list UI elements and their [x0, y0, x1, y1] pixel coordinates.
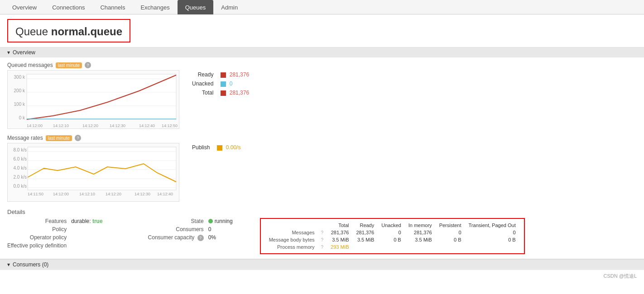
legend-row-publish: Publish 0.00/s [188, 143, 244, 152]
legend-publish-value: 0.00/s [226, 144, 241, 151]
stats-box: Total Ready Unacked In memory Persistent… [260, 218, 525, 254]
svg-text:14:11:50: 14:11:50 [28, 192, 43, 196]
legend-row-ready: Ready 281,376 [188, 70, 253, 79]
svg-text:14:12:40: 14:12:40 [157, 192, 173, 196]
overview-chevron-icon: ▾ [7, 49, 10, 56]
legend-row-total: Total 281,376 [188, 88, 253, 97]
svg-text:0.0 k/s: 0.0 k/s [14, 184, 27, 189]
page-footer: CSDN @慌途L [0, 270, 644, 282]
svg-text:2.0 k/s: 2.0 k/s [14, 175, 27, 180]
consumers-chevron-icon: ▾ [7, 261, 10, 268]
legend-unacked-swatch: 0 [217, 79, 253, 88]
operator-policy-key: Operator policy [7, 234, 67, 241]
queued-messages-section: Queued messages last minute ? 300 k 200 … [7, 62, 637, 130]
svg-text:8.0 k/s: 8.0 k/s [14, 147, 27, 152]
message-rates-label-row: Message rates last minute ? [7, 135, 637, 141]
tab-connections[interactable]: Connections [44, 0, 92, 14]
message-rates-legend: Publish 0.00/s [188, 143, 244, 152]
messages-total: 281,376 [327, 229, 352, 236]
process-memory-row-label: Process memory [265, 243, 317, 251]
svg-text:200 k: 200 k [14, 88, 25, 93]
tab-queues[interactable]: Queues [178, 0, 214, 14]
process-memory-transient [465, 243, 519, 251]
overview-section-label: Overview [13, 49, 35, 56]
svg-text:0 k: 0 k [19, 115, 25, 120]
col-ready: Ready [352, 222, 378, 229]
svg-text:14:12:20: 14:12:20 [82, 123, 98, 128]
svg-text:100 k: 100 k [14, 102, 25, 107]
body-bytes-row-label: Message body bytes [265, 236, 317, 243]
overview-section-header[interactable]: ▾ Overview [0, 47, 644, 57]
nav-bar: Overview Connections Channels Exchanges … [0, 0, 644, 14]
messages-persistent: 0 [436, 229, 465, 236]
legend-unacked-label: Unacked [188, 79, 217, 88]
details-grid: Features durable: true Policy Operator p… [7, 218, 637, 254]
legend-total-swatch: 281,376 [217, 88, 253, 97]
col-unacked: Unacked [378, 222, 404, 229]
page-title: Queue normal.queue [7, 19, 130, 43]
messages-row-label: Messages [265, 229, 317, 236]
col-in-memory: In memory [405, 222, 436, 229]
col-transient: Transient, Paged Out [465, 222, 519, 229]
legend-unacked-value: 0 [230, 81, 233, 87]
legend-ready-swatch: 281,376 [217, 70, 253, 79]
queued-messages-badge: last minute [56, 62, 82, 68]
running-dot-icon [208, 219, 213, 223]
svg-rect-20 [28, 147, 176, 190]
message-rates-section: Message rates last minute ? 8.0 k/s 6.0 … [7, 135, 637, 203]
message-rates-chart-area: 8.0 k/s 6.0 k/s 4.0 k/s 2.0 k/s 0.0 k/s [7, 143, 637, 203]
legend-publish-swatch: 0.00/s [213, 143, 244, 152]
message-rates-badge: last minute [46, 135, 72, 141]
tab-admin[interactable]: Admin [213, 0, 245, 14]
message-rates-svg: 8.0 k/s 6.0 k/s 4.0 k/s 2.0 k/s 0.0 k/s [7, 143, 179, 202]
footer-text: CSDN @慌途L [603, 273, 637, 279]
process-memory-total: 293 MiB [327, 243, 352, 251]
body-bytes-total: 3.5 MiB [327, 236, 352, 243]
queued-messages-help-icon[interactable]: ? [85, 62, 91, 68]
body-bytes-row-help[interactable]: ? [317, 236, 327, 243]
consumers-section-header[interactable]: ▾ Consumers (0) [0, 259, 644, 270]
body-bytes-persistent: 0 B [436, 236, 465, 243]
details-left-col: Features durable: true Policy Operator p… [7, 218, 103, 249]
col-total: Total [327, 222, 352, 229]
stats-row-body-bytes: Message body bytes ? 3.5 MiB 3.5 MiB 0 B… [265, 236, 519, 243]
message-rates-chart: 8.0 k/s 6.0 k/s 4.0 k/s 2.0 k/s 0.0 k/s [7, 143, 179, 203]
svg-text:300 k: 300 k [14, 75, 25, 80]
tab-channels[interactable]: Channels [92, 0, 133, 14]
svg-text:14:12:20: 14:12:20 [106, 192, 121, 196]
details-header: Details [7, 209, 637, 215]
messages-transient: 0 [465, 229, 519, 236]
process-memory-ready [352, 243, 378, 251]
legend-total-label: Total [188, 88, 217, 97]
operator-policy-val [71, 234, 102, 241]
svg-text:14:12:40: 14:12:40 [139, 123, 155, 128]
body-bytes-in-memory: 3.5 MiB [405, 236, 436, 243]
messages-row-help[interactable]: ? [317, 229, 327, 236]
stats-row-messages: Messages ? 281,376 281,376 0 281,376 0 0 [265, 229, 519, 236]
messages-col-blank2 [317, 222, 327, 229]
legend-ready-label: Ready [188, 70, 217, 79]
process-memory-row-help[interactable]: ? [317, 243, 327, 251]
features-val: durable: true [71, 218, 102, 224]
svg-text:14:12:00: 14:12:00 [27, 123, 43, 128]
svg-text:14:12:00: 14:12:00 [53, 192, 69, 196]
consumers-key: Consumers [148, 226, 204, 232]
queued-messages-chart-area: 300 k 200 k 100 k 0 k 14:12: [7, 70, 637, 130]
tab-exchanges[interactable]: Exchanges [133, 0, 177, 14]
process-memory-persistent [436, 243, 465, 251]
consumers-section-label: Consumers (0) [13, 261, 48, 268]
consumer-capacity-help-icon[interactable]: ? [197, 235, 204, 241]
stats-row-process-memory: Process memory ? 293 MiB [265, 243, 519, 251]
legend-row-unacked: Unacked 0 [188, 79, 253, 88]
svg-text:14:12:10: 14:12:10 [53, 123, 69, 128]
body-bytes-ready: 3.5 MiB [352, 236, 378, 243]
legend-publish-label: Publish [188, 143, 213, 152]
svg-text:4.0 k/s: 4.0 k/s [14, 166, 27, 171]
queued-messages-label: Queued messages [7, 62, 53, 68]
effective-policy-val [71, 242, 102, 249]
effective-policy-key: Effective policy definition [7, 242, 67, 249]
message-rates-help-icon[interactable]: ? [75, 135, 81, 141]
legend-total-value: 281,376 [230, 90, 249, 96]
tab-overview[interactable]: Overview [5, 0, 44, 14]
messages-unacked: 0 [378, 229, 404, 236]
